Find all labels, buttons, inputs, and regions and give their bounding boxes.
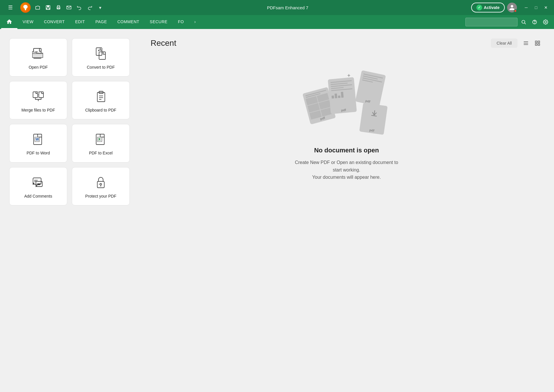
svg-rect-4: [57, 8, 60, 9]
email-icon[interactable]: [65, 3, 73, 12]
convert-to-pdf-card[interactable]: Convert to PDF: [72, 38, 130, 76]
convert-to-pdf-label: Convert to PDF: [87, 65, 115, 70]
close-button[interactable]: ✕: [541, 3, 551, 12]
merge-files-label: Merge files to PDF: [21, 107, 55, 113]
hamburger-menu[interactable]: ☰: [3, 4, 17, 11]
minimize-button[interactable]: ─: [522, 3, 531, 12]
more-menu-item[interactable]: ›: [189, 15, 201, 29]
svg-text:W: W: [36, 137, 39, 141]
protect-pdf-icon: **: [94, 176, 108, 189]
view-label: VIEW: [23, 19, 34, 24]
search-icon[interactable]: [519, 17, 529, 27]
clipboard-to-pdf-icon: [94, 90, 108, 103]
svg-rect-45: [535, 44, 537, 45]
svg-line-47: [371, 115, 376, 116]
print-icon[interactable]: [54, 3, 63, 12]
maximize-button[interactable]: □: [531, 3, 541, 12]
open-pdf-label: Open PDF: [29, 65, 48, 70]
svg-rect-13: [99, 52, 105, 59]
clear-all-button[interactable]: Clear All: [491, 39, 518, 48]
app-title: PDFsam Enhanced 7: [107, 5, 468, 10]
fo-menu-item[interactable]: FO: [173, 15, 189, 29]
user-avatar[interactable]: [507, 3, 517, 12]
clipboard-to-pdf-label: Clipboard to PDF: [85, 107, 116, 113]
title-bar: ☰ ▾ PDFsam Enhanced 7 ✓ Activate: [0, 0, 554, 15]
open-pdf-card[interactable]: Open PDF: [9, 38, 67, 76]
svg-rect-14: [33, 92, 38, 98]
open-folder-icon[interactable]: [34, 3, 42, 12]
empty-state: ✦ ✦ ✦: [151, 55, 542, 181]
view-menu-item[interactable]: VIEW: [17, 15, 39, 29]
fo-label: FO: [178, 19, 184, 24]
settings-icon[interactable]: [541, 17, 551, 27]
window-controls: ─ □ ✕: [522, 3, 551, 12]
svg-rect-1: [47, 6, 49, 7]
edit-menu-item[interactable]: EDIT: [70, 15, 90, 29]
comment-label: COMMENT: [117, 19, 139, 24]
redo-icon[interactable]: [86, 3, 94, 12]
empty-desc-text: Create New PDF or Open an existing docum…: [295, 160, 398, 180]
edit-label: EDIT: [75, 19, 85, 24]
convert-label: CONVERT: [44, 19, 65, 24]
pdf-card-2: pdf: [328, 77, 356, 114]
activate-label: Activate: [484, 5, 500, 10]
pdf-to-excel-label: PDF to Excel: [89, 150, 113, 156]
user-notification-badge: [514, 9, 517, 12]
svg-point-6: [522, 20, 525, 23]
pdf-card-4: pdf: [359, 103, 387, 135]
add-comments-card[interactable]: Add Comments: [9, 167, 67, 205]
add-comments-icon: [31, 176, 45, 189]
help-icon[interactable]: [530, 17, 540, 27]
pdf-illustration: ✦ ✦ ✦: [300, 67, 393, 142]
home-menu-item[interactable]: [1, 15, 17, 29]
pdf-to-excel-card[interactable]: X PDF to Excel: [72, 124, 130, 162]
page-label: PAGE: [95, 19, 107, 24]
merge-files-card[interactable]: Merge files to PDF: [9, 81, 67, 119]
undo-icon[interactable]: [75, 3, 83, 12]
activate-button[interactable]: ✓ Activate: [471, 3, 505, 12]
menu-bar-right: [462, 15, 554, 29]
svg-rect-43: [535, 41, 537, 43]
svg-rect-44: [538, 41, 540, 43]
empty-state-description: Create New PDF or Open an existing docum…: [295, 159, 399, 181]
secure-label: SECURE: [150, 19, 167, 24]
secure-menu-item[interactable]: SECURE: [145, 15, 173, 29]
merge-files-icon: [31, 90, 45, 103]
recent-panel: Recent Clear All ✦ ✦ ✦: [139, 29, 554, 392]
view-toggle: [521, 38, 542, 48]
svg-line-7: [524, 23, 526, 24]
svg-rect-46: [538, 44, 540, 45]
convert-menu-item[interactable]: CONVERT: [39, 15, 70, 29]
protect-pdf-card[interactable]: ** Protect your PDF: [72, 167, 130, 205]
open-pdf-icon: [31, 47, 45, 61]
save-icon[interactable]: [44, 3, 52, 12]
page-menu-item[interactable]: PAGE: [90, 15, 112, 29]
list-view-button[interactable]: [521, 38, 531, 48]
svg-text:**: **: [98, 183, 101, 186]
svg-point-10: [545, 21, 546, 23]
menu-bar: VIEW CONVERT EDIT PAGE COMMENT SECURE FO…: [0, 15, 554, 29]
more-actions-icon[interactable]: ▾: [96, 3, 104, 12]
clipboard-to-pdf-card[interactable]: Clipboard to PDF: [72, 81, 130, 119]
comment-menu-item[interactable]: COMMENT: [112, 15, 145, 29]
pdf-to-excel-icon: X: [94, 132, 108, 146]
pdf-to-word-label: PDF to Word: [27, 150, 50, 156]
tools-panel: Open PDF Convert to PDF: [0, 29, 139, 392]
titlebar-file-icons: ▾: [34, 3, 104, 12]
app-logo: [20, 2, 31, 13]
pdf-to-word-card[interactable]: W PDF to Word: [9, 124, 67, 162]
svg-rect-15: [39, 92, 43, 98]
recent-title: Recent: [151, 39, 491, 48]
recent-header: Recent Clear All: [151, 38, 542, 48]
svg-text:X: X: [98, 137, 100, 141]
titlebar-right: ✓ Activate ─ □ ✕: [471, 3, 551, 12]
pdf-to-word-icon: W: [31, 132, 45, 146]
menu-search-input[interactable]: [465, 18, 518, 26]
svg-point-9: [535, 23, 535, 23]
pdf-card-3: pdf: [355, 70, 386, 106]
activate-check-icon: ✓: [476, 5, 482, 10]
empty-state-title: No document is open: [314, 147, 379, 154]
add-comments-label: Add Comments: [24, 194, 52, 199]
grid-view-button[interactable]: [533, 38, 542, 48]
svg-rect-2: [47, 8, 50, 10]
